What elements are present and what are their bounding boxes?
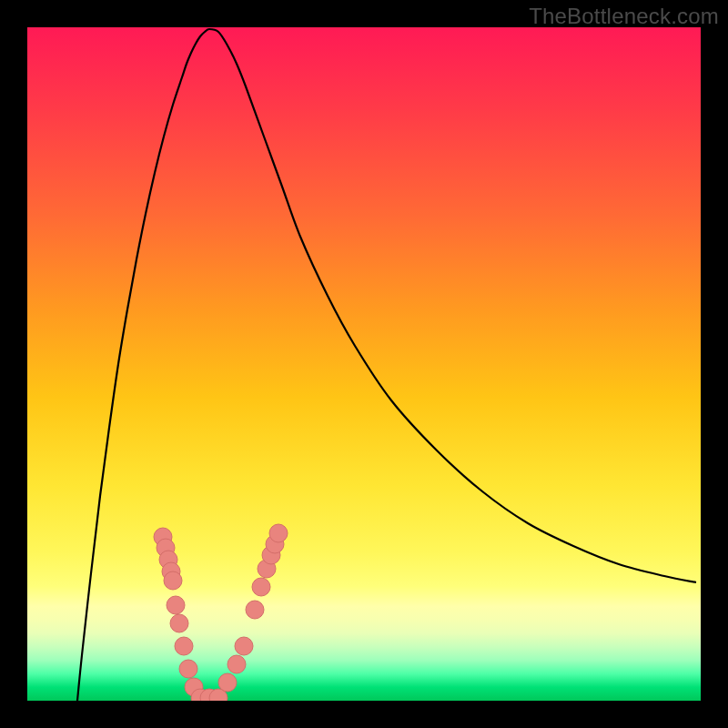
curve-marker [269, 524, 288, 542]
curve-marker-group [154, 524, 288, 701]
plot-frame [27, 27, 701, 701]
curve-marker [246, 601, 264, 619]
curve-marker [167, 596, 185, 614]
curve-marker [235, 637, 253, 655]
curve-marker [179, 660, 197, 678]
curve-marker [170, 614, 188, 632]
bottleneck-curve-svg [27, 27, 701, 701]
curve-marker [164, 571, 182, 590]
curve-marker [218, 673, 237, 692]
curve-marker [228, 655, 246, 673]
watermark-text: TheBottleneck.com [529, 4, 719, 29]
curve-marker [252, 578, 270, 596]
curve-marker [175, 637, 193, 655]
